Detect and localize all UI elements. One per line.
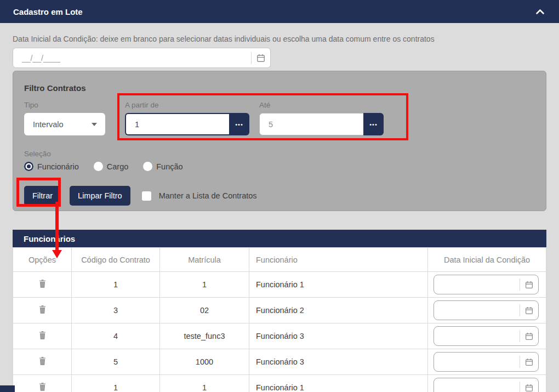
calendar-icon[interactable] [525, 384, 533, 392]
codigo-cell: 3 [72, 298, 160, 323]
input-divider [520, 304, 520, 316]
calendar-icon[interactable] [525, 281, 533, 289]
row-date-input[interactable] [433, 326, 539, 346]
radio-button-icon[interactable] [143, 162, 152, 171]
calendar-icon[interactable] [525, 306, 533, 315]
delete-row-button[interactable] [39, 383, 46, 391]
table-row: 5 1000 Funcionário 3 [13, 349, 546, 375]
trash-icon [39, 357, 46, 365]
trash-icon [39, 331, 46, 339]
row-date-input[interactable] [433, 300, 539, 320]
tipo-select[interactable]: Intervalo [24, 113, 105, 135]
delete-row-button[interactable] [39, 331, 46, 339]
funcionario-cell: Funcionário 1 [249, 375, 428, 392]
row-date-input[interactable] [433, 275, 539, 294]
tipo-label: Tipo [24, 101, 105, 109]
radio-option[interactable]: Cargo [94, 162, 129, 171]
codigo-cell: 4 [72, 323, 160, 349]
filtro-contratos-panel: Filtro Contratos Tipo Intervalo A partir… [13, 71, 546, 211]
a-partir-de-label: A partir de [125, 101, 249, 109]
calendar-icon[interactable] [525, 358, 533, 366]
manter-lista-label: Manter a Lista de Contratos [159, 191, 257, 200]
a-partir-de-input[interactable] [125, 113, 229, 135]
matricula-cell: teste_func3 [160, 323, 249, 349]
matricula-cell: 02 [160, 298, 249, 323]
tipo-selected-value: Intervalo [33, 120, 64, 129]
funcionario-cell: Funcionário 3 [249, 323, 428, 349]
selecao-label: Seleção [24, 150, 535, 158]
table-row: 1 1 Funcionário 1 [13, 272, 546, 298]
funcionario-cell: Funcionário 3 [249, 349, 428, 375]
ate-input[interactable] [259, 113, 363, 135]
codigo-cell: 1 [72, 375, 160, 392]
row-date-input[interactable] [433, 352, 539, 372]
radio-button-icon[interactable] [94, 162, 103, 171]
matricula-cell: 1 [160, 375, 249, 392]
table-row: 1 1 Funcionário 1 [13, 375, 546, 392]
input-divider [520, 382, 520, 392]
ellipsis-icon: ••• [369, 121, 378, 128]
calendar-icon[interactable] [256, 54, 265, 63]
trash-icon [39, 305, 46, 314]
table-row: 4 teste_func3 Funcionário 3 [13, 323, 546, 349]
radio-option[interactable]: Função [143, 162, 182, 171]
table-row: 3 02 Funcionário 2 [13, 298, 546, 323]
cadastro-em-lote-page: Cadastro em Lote Data Inicial da Condiçã… [0, 0, 559, 392]
codigo-cell: 1 [72, 272, 160, 298]
next-section-bar-partial [0, 385, 15, 392]
row-date-input[interactable] [433, 378, 539, 392]
matricula-cell: 1 [160, 272, 249, 298]
common-date-input[interactable]: __/__/____ [13, 48, 271, 68]
funcionario-cell: Funcionário 2 [249, 298, 428, 323]
radio-button-icon[interactable] [24, 162, 33, 171]
instruction-text: Data Inicial da Condição: deixe em branc… [13, 35, 546, 43]
trash-icon [39, 383, 46, 391]
delete-row-button[interactable] [39, 305, 46, 314]
col-header-data-inicial: Data Inicial da Condição [428, 248, 546, 272]
accordion-header[interactable]: Cadastro em Lote [0, 0, 559, 23]
ate-lookup-button[interactable]: ••• [363, 113, 384, 135]
annotation-arrow-head [52, 250, 62, 258]
input-divider [520, 279, 520, 291]
col-header-opcoes: Opções [13, 248, 72, 272]
matricula-cell: 1000 [160, 349, 249, 375]
radio-label: Cargo [107, 162, 129, 171]
radio-label: Funcionário [37, 162, 79, 171]
input-divider [520, 330, 520, 342]
ellipsis-icon: ••• [235, 121, 243, 128]
input-divider [251, 52, 252, 64]
funcionario-cell: Funcionário 1 [249, 272, 428, 298]
delete-row-button[interactable] [39, 357, 46, 365]
manter-lista-checkbox[interactable] [142, 191, 151, 201]
selecao-radio-group: FuncionárioCargoFunção [24, 162, 535, 171]
date-placeholder: __/__/____ [13, 54, 251, 63]
trash-icon [39, 280, 46, 288]
chevron-up-icon[interactable] [535, 9, 545, 15]
col-header-funcionario: Funcionário [249, 248, 428, 272]
limpar-filtro-button[interactable]: Limpar Filtro [70, 186, 130, 206]
funcionarios-section-header: Funcionários [13, 230, 546, 247]
chevron-down-icon [92, 123, 97, 126]
funcionarios-title: Funcionários [24, 234, 75, 243]
ate-label: Até [259, 101, 384, 109]
filter-panel-title: Filtro Contratos [24, 71, 535, 93]
codigo-cell: 5 [72, 349, 160, 375]
col-header-codigo: Código do Contrato [72, 248, 160, 272]
delete-row-button[interactable] [39, 280, 46, 288]
page-title: Cadastro em Lote [13, 7, 83, 16]
annotation-arrow-line [55, 202, 59, 251]
radio-label: Função [156, 162, 182, 171]
input-divider [520, 356, 520, 368]
calendar-icon[interactable] [525, 332, 533, 340]
col-header-matricula: Matrícula [160, 248, 249, 272]
radio-option[interactable]: Funcionário [24, 162, 79, 171]
funcionarios-table: Opções Código do Contrato Matrícula Func… [13, 247, 546, 392]
a-partir-de-lookup-button[interactable]: ••• [229, 113, 249, 135]
